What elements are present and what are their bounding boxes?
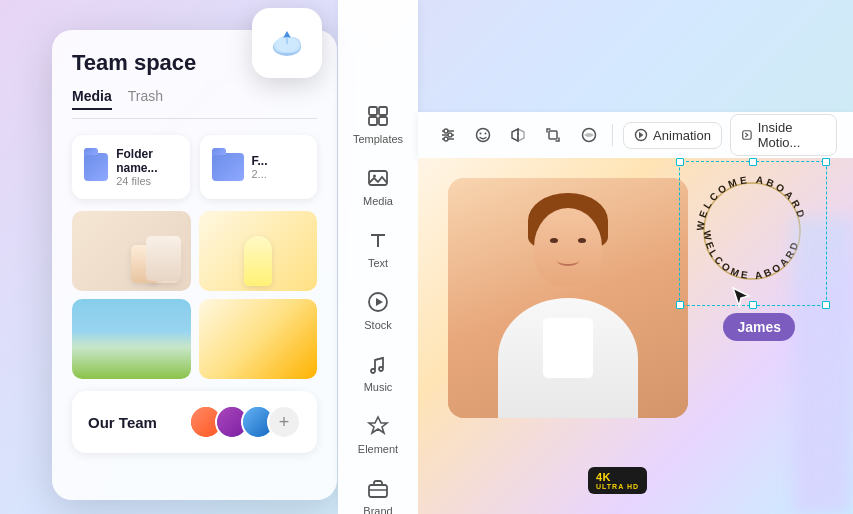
- folder-name-2: F...: [252, 154, 268, 168]
- svg-line-18: [375, 358, 383, 360]
- canvas-photo[interactable]: [448, 178, 688, 418]
- team-space-panel: Team space Media Trash Folder name... 24…: [52, 30, 337, 500]
- tabs-row: Media Trash: [72, 88, 317, 119]
- play-icon: [365, 289, 391, 315]
- svg-rect-8: [379, 107, 387, 115]
- badge-4k: 4K ULTRA HD: [588, 467, 647, 494]
- sidebar-item-element-label: Element: [358, 443, 398, 455]
- folder-card-2[interactable]: F... 2...: [200, 135, 318, 199]
- svg-point-24: [448, 133, 452, 137]
- flip-icon[interactable]: [505, 119, 532, 151]
- inside-motion-button[interactable]: Inside Motio...: [730, 114, 837, 156]
- media-thumb-field[interactable]: [72, 299, 191, 379]
- text-icon: [365, 227, 391, 253]
- upload-icon-bubble[interactable]: [252, 8, 322, 78]
- animation-button[interactable]: Animation: [623, 122, 722, 149]
- svg-rect-10: [379, 117, 387, 125]
- svg-point-22: [444, 129, 448, 133]
- svg-point-17: [379, 367, 383, 371]
- animation-button-label: Animation: [653, 128, 711, 143]
- badge-4k-text: 4K: [596, 471, 611, 483]
- folder-icon-1: [84, 153, 108, 181]
- folders-row: Folder name... 24 files F... 2...: [72, 135, 317, 199]
- sidebar-item-stock[interactable]: Stock: [344, 281, 412, 339]
- svg-point-28: [479, 133, 481, 135]
- music-icon: [365, 351, 391, 377]
- image-icon: [365, 165, 391, 191]
- sidebar-item-text[interactable]: Text: [344, 219, 412, 277]
- svg-point-26: [444, 137, 448, 141]
- svg-rect-7: [369, 107, 377, 115]
- james-badge: James: [723, 313, 795, 341]
- briefcase-icon: [365, 475, 391, 501]
- sidebar-item-templates-label: Templates: [353, 133, 403, 145]
- badge-4k-sub: ULTRA HD: [596, 483, 639, 490]
- editor-toolbar: Animation Inside Motio...: [418, 112, 853, 158]
- svg-rect-9: [369, 117, 377, 125]
- selection-handle-bl[interactable]: [676, 301, 684, 309]
- svg-rect-30: [549, 131, 557, 139]
- avatars-row: +: [189, 405, 301, 439]
- element-icon: [365, 413, 391, 439]
- media-thumb-autumn[interactable]: [199, 299, 318, 379]
- inside-motion-button-label: Inside Motio...: [758, 120, 826, 150]
- animation-icon: [634, 128, 648, 142]
- crop-icon[interactable]: [540, 119, 567, 151]
- sidebar-item-music[interactable]: Music: [344, 343, 412, 401]
- selection-handle-tm[interactable]: [749, 158, 757, 166]
- sidebar-item-media-label: Media: [363, 195, 393, 207]
- folder-card-1[interactable]: Folder name... 24 files: [72, 135, 190, 199]
- selection-handle-tl[interactable]: [676, 158, 684, 166]
- adjust-icon[interactable]: [434, 119, 461, 151]
- svg-marker-16: [376, 298, 383, 306]
- mask-icon[interactable]: [575, 119, 602, 151]
- svg-point-27: [476, 129, 489, 142]
- selection-handle-tr[interactable]: [822, 158, 830, 166]
- sidebar-item-text-label: Text: [368, 257, 388, 269]
- selection-box: [679, 161, 827, 306]
- svg-point-29: [484, 133, 486, 135]
- sidebar-item-music-label: Music: [364, 381, 393, 393]
- cursor: [731, 286, 751, 314]
- sidebar-item-templates[interactable]: Templates: [344, 95, 412, 153]
- our-team-card: Our Team +: [72, 391, 317, 453]
- face-icon[interactable]: [469, 119, 496, 151]
- svg-point-12: [373, 175, 376, 178]
- circular-text-container[interactable]: WELCOME ABOARD WELCOME ABOARD: [687, 166, 817, 300]
- folder-count-1: 24 files: [116, 175, 177, 187]
- toolbar-divider-1: [612, 124, 613, 146]
- tab-trash[interactable]: Trash: [128, 88, 163, 110]
- upload-icon: [265, 21, 309, 65]
- sidebar-item-brand[interactable]: Brand: [344, 467, 412, 514]
- grid-icon: [365, 103, 391, 129]
- sidebar-item-media[interactable]: Media: [344, 157, 412, 215]
- folder-name-1: Folder name...: [116, 147, 177, 175]
- sidebar-item-brand-label: Brand: [363, 505, 392, 514]
- folder-count-2: 2...: [252, 168, 268, 180]
- our-team-label: Our Team: [88, 414, 157, 431]
- folder-icon-2: [212, 153, 244, 181]
- media-thumb-skincare[interactable]: [72, 211, 191, 291]
- svg-point-6: [274, 37, 300, 53]
- inside-motion-icon: [741, 128, 753, 142]
- media-grid: [72, 211, 317, 379]
- selection-handle-br[interactable]: [822, 301, 830, 309]
- add-team-member-button[interactable]: +: [267, 405, 301, 439]
- tab-media[interactable]: Media: [72, 88, 112, 110]
- sidebar: Templates Media Text Stock: [338, 0, 418, 514]
- svg-rect-19: [369, 485, 387, 497]
- sidebar-item-element[interactable]: Element: [344, 405, 412, 463]
- sidebar-item-stock-label: Stock: [364, 319, 392, 331]
- media-thumb-juice[interactable]: [199, 211, 318, 291]
- canvas-area[interactable]: WELCOME ABOARD WELCOME ABOARD James 4K U…: [418, 158, 853, 514]
